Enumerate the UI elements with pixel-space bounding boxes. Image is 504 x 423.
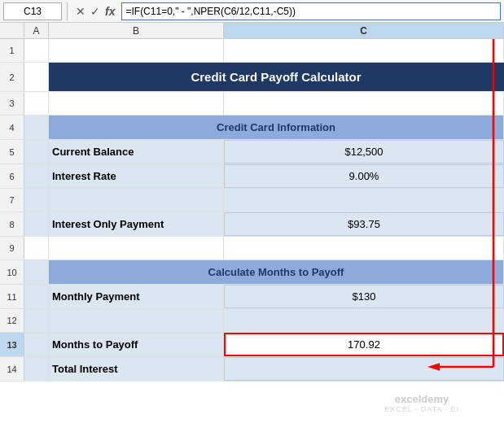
table-row: 9 [0, 237, 504, 260]
cell-c13-active[interactable]: 170.92 [224, 333, 504, 356]
cell-c12[interactable] [224, 309, 504, 332]
months-to-payoff-label: Months to Payoff [52, 338, 138, 351]
confirm-icon[interactable]: ✓ [90, 5, 100, 18]
cell-a4[interactable] [24, 116, 49, 139]
cell-a13[interactable] [24, 333, 49, 356]
col-header-c: C [224, 23, 504, 38]
cell-b3[interactable] [49, 92, 224, 115]
cell-a14[interactable] [24, 357, 49, 381]
row-num-14: 14 [0, 357, 24, 381]
cell-b11[interactable]: Monthly Payment [49, 285, 224, 308]
column-headers: A B C [0, 23, 504, 39]
table-row: 11 Monthly Payment $130 [0, 285, 504, 309]
cell-c1[interactable] [224, 39, 504, 62]
table-row: 5 Current Balance $12,500 [0, 140, 504, 164]
cancel-icon[interactable]: ✕ [76, 5, 85, 18]
monthly-payment-label: Monthly Payment [52, 290, 140, 303]
cell-reference-box[interactable]: C13 [3, 2, 62, 20]
table-row: 13 Months to Payoff 170.92 [0, 333, 504, 357]
formula-text: =IF(C11=0," - ",NPER(C6/12,C11,-C5)) [125, 6, 296, 17]
interest-rate-label: Interest Rate [52, 170, 116, 182]
cell-b6[interactable]: Interest Rate [49, 164, 224, 188]
fx-icon[interactable]: fx [105, 5, 115, 18]
interest-rate-value: 9.00% [349, 170, 379, 182]
table-row: 8 Interest Only Payment $93.75 [0, 212, 504, 237]
table-row: 10 Calculate Months to Payoff [0, 260, 504, 285]
watermark: exceldemy EXCEL · DATA · BI [384, 393, 459, 413]
interest-only-value: $93.75 [348, 218, 380, 230]
row-num-11: 11 [0, 285, 24, 308]
row-num-9: 9 [0, 237, 24, 259]
formula-icons: ✕ ✓ fx [72, 5, 118, 18]
cell-a3[interactable] [24, 92, 49, 115]
cell-b13[interactable]: Months to Payoff [49, 333, 224, 356]
total-interest-label: Total Interest [52, 363, 118, 375]
row-num-13: 13 [0, 333, 24, 356]
cell-a1[interactable] [24, 39, 49, 62]
table-row: 1 [0, 39, 504, 63]
cell-a5[interactable] [24, 140, 49, 164]
table-row: 14 Total Interest [0, 357, 504, 382]
row-num-2: 2 [0, 63, 24, 91]
cell-a6[interactable] [24, 164, 49, 188]
row-num-7: 7 [0, 189, 24, 212]
corner-cell [0, 23, 24, 38]
formula-bar: C13 ✕ ✓ fx =IF(C11=0," - ",NPER(C6/12,C1… [0, 0, 504, 23]
cell-b5[interactable]: Current Balance [49, 140, 224, 164]
cell-b1[interactable] [49, 39, 224, 62]
grid-body: 1 2 Credit Card Payoff Calculator 3 [0, 39, 504, 382]
cell-ref-text: C13 [24, 6, 42, 17]
row-num-4: 4 [0, 116, 24, 139]
row-num-8: 8 [0, 212, 24, 236]
cell-b7[interactable] [49, 189, 224, 212]
current-balance-value: $12,500 [345, 146, 383, 158]
row-num-5: 5 [0, 140, 24, 164]
calc-section-header-text: Calculate Months to Payoff [52, 266, 500, 278]
row-num-10: 10 [0, 260, 24, 284]
cell-a10[interactable] [24, 260, 49, 284]
spreadsheet: A B C 1 2 Credit Card Payoff Calculator [0, 23, 504, 423]
table-row: 12 [0, 309, 504, 333]
cell-a7[interactable] [24, 189, 49, 212]
grid-container: 1 2 Credit Card Payoff Calculator 3 [0, 39, 504, 423]
watermark-tagline: EXCEL · DATA · BI [384, 405, 459, 413]
cell-b2-title[interactable]: Credit Card Payoff Calculator [49, 63, 504, 91]
cell-a11[interactable] [24, 285, 49, 308]
cell-b9[interactable] [49, 237, 224, 259]
formula-input[interactable]: =IF(C11=0," - ",NPER(C6/12,C11,-C5)) [121, 2, 501, 20]
table-row: 4 Credit Card Information [0, 116, 504, 140]
cell-b8[interactable]: Interest Only Payment [49, 212, 224, 236]
cell-section-header-cc[interactable]: Credit Card Information [49, 116, 504, 139]
cell-c9[interactable] [224, 237, 504, 259]
cell-a12[interactable] [24, 309, 49, 332]
row-num-6: 6 [0, 164, 24, 188]
col-header-b: B [49, 23, 224, 38]
cell-b14[interactable]: Total Interest [49, 357, 224, 381]
cell-c6[interactable]: 9.00% [224, 164, 504, 188]
table-row: 7 [0, 189, 504, 212]
table-row: 2 Credit Card Payoff Calculator [0, 63, 504, 92]
cell-c11[interactable]: $130 [224, 285, 504, 308]
table-row: 3 [0, 92, 504, 116]
cell-c14[interactable] [224, 357, 504, 381]
cell-c7[interactable] [224, 189, 504, 212]
table-row: 6 Interest Rate 9.00% [0, 164, 504, 189]
row-num-3: 3 [0, 92, 24, 115]
cell-a8[interactable] [24, 212, 49, 236]
interest-only-label: Interest Only Payment [52, 218, 164, 230]
watermark-brand: exceldemy [384, 393, 459, 405]
cell-c8[interactable]: $93.75 [224, 212, 504, 236]
cell-c5[interactable]: $12,500 [224, 140, 504, 164]
current-balance-label: Current Balance [52, 146, 134, 158]
cell-c3[interactable] [224, 92, 504, 115]
formula-divider [67, 2, 68, 20]
col-header-a: A [24, 23, 49, 38]
title-text: Credit Card Payoff Calculator [52, 70, 500, 84]
row-num-1: 1 [0, 39, 24, 62]
months-to-payoff-value: 170.92 [348, 338, 380, 351]
cell-a9[interactable] [24, 237, 49, 259]
monthly-payment-value: $130 [353, 290, 376, 303]
cell-a2[interactable] [24, 63, 49, 91]
cell-section-header-calc[interactable]: Calculate Months to Payoff [49, 260, 504, 284]
cell-b12[interactable] [49, 309, 224, 332]
